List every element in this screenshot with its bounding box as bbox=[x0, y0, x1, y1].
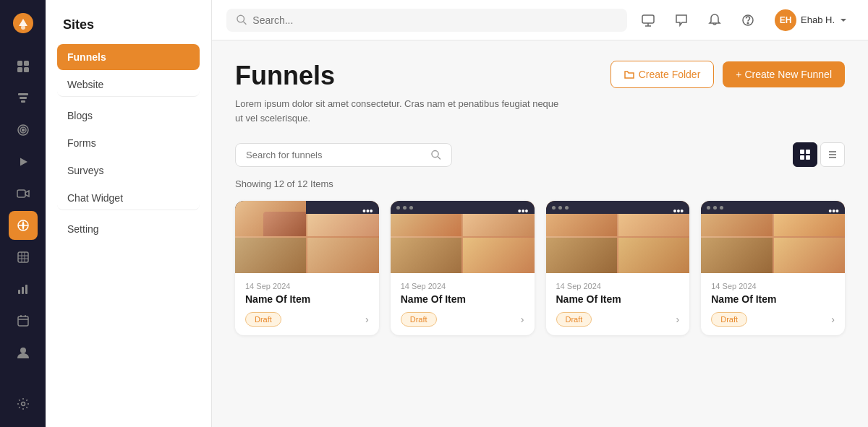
svg-rect-15 bbox=[18, 252, 28, 262]
card-footer: Draft › bbox=[401, 312, 524, 327]
svg-rect-6 bbox=[18, 93, 28, 95]
sidebar-item-funnels[interactable]: Funnels bbox=[57, 44, 200, 70]
card-footer: Draft › bbox=[711, 312, 835, 327]
dot-1 bbox=[396, 206, 400, 210]
svg-rect-18 bbox=[25, 285, 27, 294]
card-body: 14 Sep 2024 Name Of Item Draft › bbox=[391, 273, 535, 335]
funnel-card[interactable]: ••• 14 Sep 2024 Name Of Item Draft › bbox=[235, 201, 379, 335]
svg-rect-17 bbox=[22, 287, 24, 294]
card-menu-button[interactable]: ••• bbox=[362, 205, 373, 217]
card-arrow[interactable]: › bbox=[831, 314, 835, 325]
avatar: EH bbox=[775, 9, 796, 31]
sidebar-item-chat-widget[interactable]: Chat Widget bbox=[57, 185, 200, 210]
target-icon[interactable] bbox=[9, 116, 38, 145]
card-name: Name Of Item bbox=[711, 293, 835, 305]
logo[interactable] bbox=[9, 9, 38, 38]
list-view-button[interactable] bbox=[820, 142, 845, 167]
settings-icon[interactable] bbox=[9, 389, 38, 418]
card-footer: Draft › bbox=[556, 312, 680, 327]
bell-icon[interactable] bbox=[702, 8, 727, 33]
user-icon[interactable] bbox=[9, 338, 38, 367]
header-buttons: Create Folder + Create New Funnel bbox=[610, 61, 845, 88]
svg-rect-23 bbox=[642, 15, 654, 23]
sidebar-item-setting[interactable]: Setting bbox=[57, 216, 200, 242]
card-date: 14 Sep 2024 bbox=[556, 282, 680, 290]
video-icon[interactable] bbox=[9, 179, 38, 208]
thumb-3 bbox=[391, 238, 461, 273]
card-body: 14 Sep 2024 Name Of Item Draft › bbox=[701, 273, 845, 335]
svg-point-1 bbox=[21, 25, 25, 30]
funnel-card[interactable]: ••• 14 Sep 2024 Name Of Item Draft › bbox=[701, 201, 845, 335]
card-top-bar bbox=[391, 201, 535, 214]
status-badge: Draft bbox=[245, 312, 281, 327]
svg-rect-3 bbox=[24, 61, 29, 66]
svg-rect-4 bbox=[17, 67, 22, 72]
svg-point-26 bbox=[432, 150, 438, 157]
sidebar: Sites Funnels Website Blogs Forms Survey… bbox=[46, 0, 212, 427]
sidebar-item-forms[interactable]: Forms bbox=[57, 130, 200, 156]
status-badge: Draft bbox=[556, 312, 592, 327]
thumb-4 bbox=[463, 238, 534, 273]
dot-2 bbox=[558, 206, 562, 210]
funnel-search-input[interactable] bbox=[246, 150, 425, 160]
create-folder-button[interactable]: Create Folder bbox=[610, 61, 715, 88]
thumb-3 bbox=[701, 238, 772, 273]
card-menu-button[interactable]: ••• bbox=[828, 205, 839, 217]
grid-icon bbox=[800, 150, 810, 160]
funnel-card[interactable]: ••• 14 Sep 2024 Name Of Item Draft › bbox=[391, 201, 535, 335]
sites-icon[interactable] bbox=[9, 211, 38, 240]
card-top-bar bbox=[546, 201, 690, 214]
page-title: Funnels bbox=[235, 61, 568, 91]
card-arrow[interactable]: › bbox=[521, 314, 524, 325]
page-title-section: Funnels Lorem ipsum dolor sit amet conse… bbox=[235, 61, 568, 125]
thumb-4 bbox=[618, 238, 689, 273]
svg-point-21 bbox=[21, 402, 25, 406]
monitor-icon[interactable] bbox=[636, 8, 660, 33]
search-filter-row bbox=[235, 142, 845, 167]
sidebar-item-website[interactable]: Website bbox=[57, 72, 200, 97]
create-funnel-button[interactable]: + Create New Funnel bbox=[723, 61, 845, 87]
chart-icon[interactable] bbox=[9, 275, 38, 303]
sidebar-nav: Funnels Website Blogs Forms Surveys Chat… bbox=[57, 44, 200, 242]
funnel-search-icon bbox=[431, 150, 441, 160]
help-icon[interactable] bbox=[736, 8, 760, 33]
topbar-icons: EH Ehab H. bbox=[636, 7, 854, 34]
card-footer: Draft › bbox=[245, 312, 369, 327]
card-image: ••• bbox=[701, 201, 845, 273]
thumb-1 bbox=[235, 201, 306, 236]
svg-rect-2 bbox=[17, 61, 22, 66]
svg-rect-28 bbox=[806, 150, 810, 154]
calendar-icon[interactable] bbox=[9, 306, 38, 335]
content-header: Funnels Lorem ipsum dolor sit amet conse… bbox=[235, 61, 845, 125]
card-menu-button[interactable]: ••• bbox=[518, 205, 529, 217]
user-menu[interactable]: EH Ehab H. bbox=[769, 7, 854, 34]
svg-point-20 bbox=[20, 348, 26, 353]
card-menu-button[interactable]: ••• bbox=[673, 205, 684, 217]
card-image: ••• bbox=[235, 201, 379, 273]
dot-2 bbox=[713, 206, 717, 210]
status-badge: Draft bbox=[711, 312, 747, 327]
dashboard-icon[interactable] bbox=[9, 52, 38, 81]
sidebar-item-blogs[interactable]: Blogs bbox=[57, 103, 200, 129]
dot-3 bbox=[720, 206, 723, 210]
dot-2 bbox=[403, 206, 407, 210]
card-arrow[interactable]: › bbox=[676, 314, 680, 325]
funnel-search-container[interactable] bbox=[235, 143, 452, 167]
funnel-icon[interactable] bbox=[9, 84, 38, 113]
grid-view-button[interactable] bbox=[793, 142, 817, 167]
dot-3 bbox=[565, 206, 569, 210]
view-toggle bbox=[793, 142, 845, 167]
global-search-input[interactable] bbox=[252, 14, 617, 26]
chat-icon[interactable] bbox=[669, 8, 694, 33]
card-arrow[interactable]: › bbox=[365, 314, 369, 325]
sidebar-item-surveys[interactable]: Surveys bbox=[57, 158, 200, 184]
global-search-container[interactable] bbox=[226, 9, 627, 32]
card-image: ••• bbox=[391, 201, 535, 273]
thumb-3 bbox=[235, 238, 306, 273]
funnel-card[interactable]: ••• 14 Sep 2024 Name Of Item Draft › bbox=[546, 201, 690, 335]
play-icon[interactable] bbox=[9, 147, 38, 176]
svg-rect-12 bbox=[17, 190, 25, 197]
topbar: EH Ehab H. bbox=[212, 0, 868, 40]
box-icon[interactable] bbox=[9, 243, 38, 272]
main-area: EH Ehab H. Funnels Lorem ipsum dolor sit… bbox=[212, 0, 868, 427]
